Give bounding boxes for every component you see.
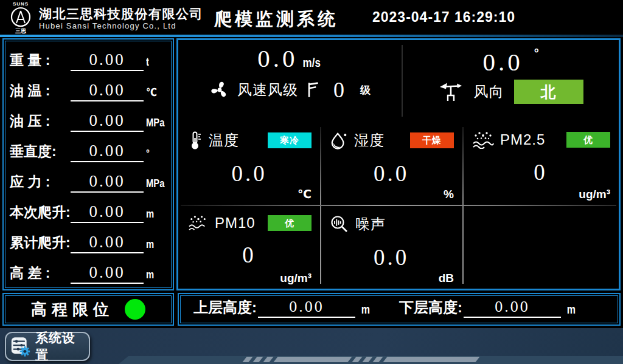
sensor-unit: % <box>444 188 454 201</box>
wind-barb-icon <box>305 81 321 99</box>
sensor-cell-noise: 噪声 0.0 dB <box>320 205 462 289</box>
sansi-logo-icon <box>10 7 31 27</box>
sensor-cell-empty <box>462 205 619 289</box>
metric-value: 0.00 <box>71 173 144 193</box>
thermometer-icon <box>188 131 203 150</box>
metrics-panel: 重 量 : 0.00 t 油 温 : 0.00 ℃ 油 压 : 0.00 MPa… <box>2 38 174 290</box>
elevation-limit-indicator <box>125 299 145 320</box>
metric-label: 油 温 : <box>10 81 71 104</box>
metric-unit: m <box>146 269 163 286</box>
wind-direction-unit: ° <box>534 46 539 60</box>
metric-unit: t <box>146 56 163 74</box>
metric-value: 0.00 <box>71 81 144 101</box>
sensor-unit: ℃ <box>298 187 312 201</box>
sensor-value: 0.0 <box>320 246 462 269</box>
dust-icon <box>188 215 209 232</box>
metric-value: 0.00 <box>71 142 144 162</box>
metric-row-oil-temp: 油 温 : 0.00 ℃ <box>10 74 167 104</box>
company-name: 湖北三思科技股份有限公司 <box>39 6 203 21</box>
datetime: 2023-04-17 16:29:10 <box>372 9 515 26</box>
sensor-value: 0 <box>462 161 619 184</box>
metric-value: 0.00 <box>71 264 144 284</box>
sensor-value: 0.0 <box>320 162 462 185</box>
fan-icon <box>209 80 230 100</box>
metric-label: 应 力 : <box>10 173 71 195</box>
sensor-cell-humidity: 湿度 干燥 0.0 % <box>320 121 462 205</box>
metric-unit: ℃ <box>146 86 163 104</box>
sensor-value: 0.0 <box>178 162 320 185</box>
metric-unit: m <box>146 238 163 256</box>
sensor-cell-temperature: 温度 寒冷 0.0 ℃ <box>178 121 320 205</box>
sensor-label: PM2.5 <box>500 131 545 148</box>
sensor-label: 噪声 <box>355 215 386 234</box>
sensor-value: 0 <box>178 244 320 266</box>
wind-direction-section: 0.0° 风向 北 <box>403 40 619 121</box>
lower-height-group: 下层高度: 0.00 m <box>399 298 605 321</box>
settings-sliders-gear-icon <box>10 335 30 357</box>
company-logo: SUNS 三思 湖北三思科技股份有限公司 Hubei Sansi Technol… <box>6 1 203 35</box>
wind-speed-label: 风速风级 <box>237 80 298 100</box>
wind-speed-unit: m/s <box>303 56 321 70</box>
wind-direction-value: 0.0 <box>482 48 523 76</box>
metric-unit: m <box>146 208 163 225</box>
layer-height-box: 上层高度: 0.00 m 下层高度: 0.00 m <box>178 293 621 326</box>
metric-row-oil-pressure: 油 压 : 0.00 MPa <box>10 104 167 134</box>
elevation-limit-box: 高程限位 <box>2 293 174 326</box>
status-badge: 优 <box>566 132 610 148</box>
metric-value: 0.00 <box>71 112 144 132</box>
header: SUNS 三思 湖北三思科技股份有限公司 Hubei Sansi Technol… <box>0 0 623 35</box>
logo-suns-text: SUNS <box>13 1 29 7</box>
settings-button[interactable]: 系统设置 <box>5 332 90 361</box>
dust-icon <box>472 131 494 149</box>
sensor-unit: dB <box>439 272 454 285</box>
sensor-unit: ug/m³ <box>280 272 312 285</box>
sensor-unit: ug/m³ <box>579 188 610 201</box>
wind-direction-reading[interactable]: 北 <box>514 80 583 104</box>
page-title: 爬模监测系统 <box>214 7 338 32</box>
metric-label: 重 量 : <box>10 51 71 74</box>
metric-value: 0.00 <box>71 51 144 71</box>
metric-value: 0.00 <box>71 203 144 223</box>
metric-label: 垂直度: <box>10 142 71 165</box>
droplet-icon <box>330 131 348 150</box>
metric-unit: MPa <box>146 117 163 134</box>
bottom-bar <box>0 328 623 364</box>
metric-unit: ° <box>146 147 163 165</box>
wind-direction-label: 风向 <box>474 82 504 101</box>
metric-row-stress: 应 力 : 0.00 MPa <box>10 165 167 195</box>
wind-speed-value: 0.0 <box>257 44 298 72</box>
sensor-cell-pm10: PM10 优 0 ug/m³ <box>178 205 320 289</box>
sensor-label: 湿度 <box>354 131 385 150</box>
environment-panel: 0.0m/s 风速风级 0 级 0.0° <box>176 38 621 290</box>
sensor-label: PM10 <box>215 215 256 232</box>
lower-height-unit: m <box>567 303 576 321</box>
lower-height-value: 0.00 <box>464 298 561 318</box>
metric-label: 累计爬升: <box>10 233 71 256</box>
metric-label: 本次爬升: <box>10 203 71 225</box>
metric-unit: MPa <box>146 177 163 195</box>
metric-row-total-climb: 累计爬升: 0.00 m <box>10 225 167 256</box>
metric-row-verticality: 垂直度: 0.00 ° <box>10 134 167 165</box>
status-badge: 寒冷 <box>268 132 312 148</box>
upper-height-label: 上层高度: <box>193 298 257 321</box>
upper-height-value: 0.00 <box>258 298 355 318</box>
company-name-en: Hubei Sansi Technology Co., Ltd <box>39 21 203 30</box>
metric-value: 0.00 <box>71 233 144 253</box>
sensor-cell-pm25: PM2.5 优 0 ug/m³ <box>462 121 619 205</box>
metric-label: 高 差 : <box>10 264 71 286</box>
elevation-limit-label: 高程限位 <box>31 299 114 320</box>
metric-row-weight: 重 量 : 0.00 t <box>10 43 167 74</box>
lower-height-label: 下层高度: <box>399 298 462 321</box>
upper-height-group: 上层高度: 0.00 m <box>193 298 399 321</box>
metric-row-current-climb: 本次爬升: 0.00 m <box>10 195 167 225</box>
wind-speed-section: 0.0m/s 风速风级 0 级 <box>178 40 402 121</box>
noise-meter-icon <box>330 215 349 234</box>
settings-button-label: 系统设置 <box>35 329 85 363</box>
upper-height-unit: m <box>361 303 370 321</box>
footer-decor-stripes <box>245 357 478 362</box>
sensor-label: 温度 <box>209 131 239 150</box>
metric-label: 油 压 : <box>10 112 71 134</box>
status-badge: 干燥 <box>410 132 454 148</box>
status-badge: 优 <box>268 215 312 231</box>
wind-level-value: 0 <box>333 77 344 103</box>
